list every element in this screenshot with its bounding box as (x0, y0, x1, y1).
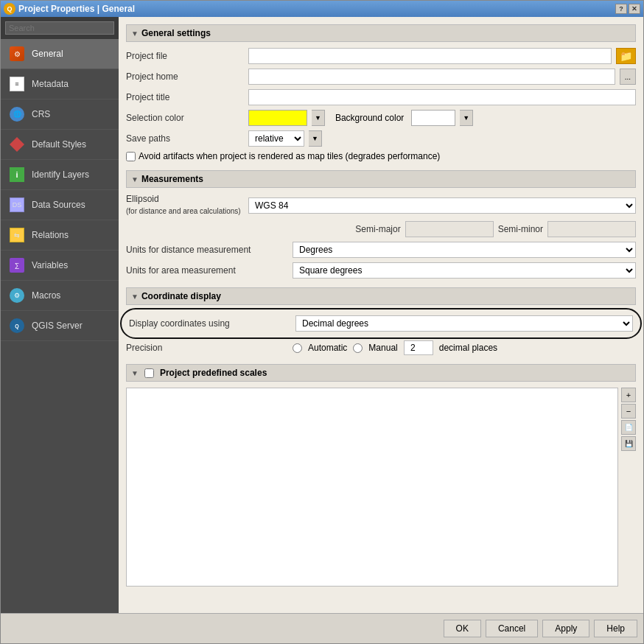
precision-automatic-radio[interactable] (293, 343, 302, 353)
avoid-artifacts-label: Avoid artifacts when project is rendered… (139, 151, 440, 161)
decimal-places-label: decimal places (439, 343, 497, 353)
manual-label: Manual (368, 343, 397, 353)
measurements-label: Measurements (141, 174, 203, 184)
general-settings-label: General settings (141, 28, 211, 38)
sidebar-item-identify-layers[interactable]: i Identify Layers (1, 160, 119, 190)
sidebar-label-relations: Relations (32, 230, 69, 240)
display-using-row: Display coordinates using Decimal degree… (129, 315, 633, 332)
project-home-row: Project home ... (126, 69, 636, 85)
save-scales-button[interactable]: 💾 (621, 436, 636, 451)
scales-list[interactable] (126, 388, 618, 587)
sidebar-label-identify-layers: Identify Layers (32, 169, 89, 180)
precision-manual-radio[interactable] (353, 343, 363, 353)
save-paths-label: Save paths (126, 133, 244, 144)
semi-major-label: Semi-major (355, 224, 400, 234)
folder-icon: 📁 (620, 50, 632, 62)
selection-color-dropdown-button[interactable]: ▼ (312, 110, 325, 126)
background-color-dropdown-button[interactable]: ▼ (460, 110, 473, 126)
measurements-header[interactable]: ▼ Measurements (126, 170, 636, 188)
project-file-browse-button[interactable]: 📁 (616, 48, 636, 64)
sidebar-item-crs[interactable]: 🌐 CRS (1, 99, 119, 130)
add-scale-button[interactable]: + (621, 388, 636, 402)
coordinate-display-header[interactable]: ▼ Coordinate display (126, 287, 636, 305)
sidebar-item-metadata[interactable]: ≡ Metadata (1, 69, 119, 99)
data-sources-icon: DS (8, 196, 26, 214)
precision-value-input[interactable] (404, 340, 433, 355)
sidebar-item-variables[interactable]: ∑ Variables (1, 251, 119, 281)
title-bar-buttons: ? ✕ (615, 4, 640, 14)
variables-icon: ∑ (8, 256, 26, 274)
sidebar-item-general[interactable]: ⚙ General (1, 39, 119, 69)
background-color-button[interactable] (411, 110, 455, 126)
units-area-row: Units for area measurement Square degree… (126, 262, 636, 279)
coordinate-display-label: Coordinate display (141, 291, 221, 301)
avoid-artifacts-checkbox[interactable] (126, 152, 136, 161)
sidebar-label-variables: Variables (32, 260, 68, 270)
sidebar-label-default-styles: Default Styles (32, 139, 86, 150)
sidebar-item-data-sources[interactable]: DS Data Sources (1, 190, 119, 220)
predefined-scales-checkbox[interactable] (144, 368, 154, 378)
general-icon: ⚙ (8, 45, 26, 63)
color-row: Selection color ▼ Background color ▼ (126, 110, 636, 126)
project-title-row: Project title (126, 89, 636, 105)
app-icon: Q (4, 3, 15, 15)
project-home-label: Project home (126, 71, 244, 82)
sidebar-item-macros[interactable]: ⚙ Macros (1, 281, 119, 311)
apply-button[interactable]: Apply (542, 620, 589, 637)
close-btn[interactable]: ✕ (629, 4, 640, 14)
precision-row: Precision Automatic Manual decimal place… (126, 340, 636, 355)
sidebar: ⚙ General ≡ Metadata 🌐 CRS D (1, 17, 119, 613)
save-paths-select[interactable]: relative absolute (248, 130, 304, 147)
help-button[interactable]: Help (594, 620, 637, 637)
units-area-select[interactable]: Square degrees (293, 262, 636, 279)
remove-scale-button[interactable]: − (621, 404, 636, 419)
sidebar-label-metadata: Metadata (32, 79, 69, 89)
default-styles-icon (8, 136, 26, 153)
content-area: ⚙ General ≡ Metadata 🌐 CRS D (1, 17, 643, 613)
load-scales-button[interactable]: 📄 (621, 420, 636, 435)
general-settings-header[interactable]: ▼ General settings (126, 24, 636, 42)
selection-color-button[interactable] (248, 110, 307, 126)
help-icon-btn[interactable]: ? (615, 4, 627, 14)
cancel-button[interactable]: Cancel (486, 620, 538, 637)
sidebar-item-relations[interactable]: ⇆ Relations (1, 220, 119, 251)
predefined-scales-header[interactable]: ▼ Project predefined scales (126, 364, 636, 382)
project-title-label: Project title (126, 92, 244, 102)
save-paths-row: Save paths relative absolute ▼ (126, 130, 636, 147)
scales-area: + − 📄 💾 (126, 388, 636, 591)
sidebar-item-default-styles[interactable]: Default Styles (1, 130, 119, 160)
bottom-bar: OK Cancel Apply Help (1, 613, 643, 643)
project-file-input[interactable] (248, 48, 612, 64)
ellipsoid-select[interactable]: WGS 84 (248, 197, 636, 214)
window-title: Project Properties | General (18, 4, 135, 14)
predefined-scales-label: Project predefined scales (160, 368, 267, 378)
semi-minor-label: Semi-minor (498, 224, 543, 234)
project-file-label: Project file (126, 51, 244, 61)
display-using-select[interactable]: Decimal degrees (295, 315, 633, 332)
sidebar-item-qgis-server[interactable]: Q QGIS Server (1, 311, 119, 341)
semi-major-input: 6378137.000 (405, 221, 494, 237)
project-title-input[interactable] (248, 89, 636, 105)
avoid-artifacts-row: Avoid artifacts when project is rendered… (126, 151, 636, 161)
automatic-label: Automatic (308, 343, 347, 353)
general-settings-arrow: ▼ (131, 29, 139, 38)
coordinate-display-section: Display coordinates using Decimal degree… (126, 311, 636, 336)
sidebar-search-area (1, 17, 119, 39)
main-content: ▼ General settings Project file 📁 Projec… (119, 17, 643, 613)
ellipsoid-dropdown-container: WGS 84 (248, 197, 636, 214)
search-input[interactable] (5, 21, 114, 35)
save-paths-arrow[interactable]: ▼ (309, 130, 322, 147)
predefined-scales-arrow: ▼ (131, 369, 139, 377)
project-home-input[interactable] (248, 69, 615, 85)
title-bar: Q Project Properties | General ? ✕ (1, 1, 643, 17)
sidebar-label-general: General (32, 49, 63, 59)
sidebar-label-macros: Macros (32, 290, 60, 301)
precision-label: Precision (126, 343, 288, 353)
project-home-browse-button[interactable]: ... (620, 69, 636, 85)
sidebar-label-crs: CRS (32, 109, 50, 119)
units-distance-row: Units for distance measurement Degrees (126, 242, 636, 258)
ok-button[interactable]: OK (444, 620, 481, 637)
qgis-server-icon: Q (8, 317, 26, 335)
title-bar-left: Q Project Properties | General (4, 3, 135, 15)
units-distance-select[interactable]: Degrees (293, 242, 636, 258)
